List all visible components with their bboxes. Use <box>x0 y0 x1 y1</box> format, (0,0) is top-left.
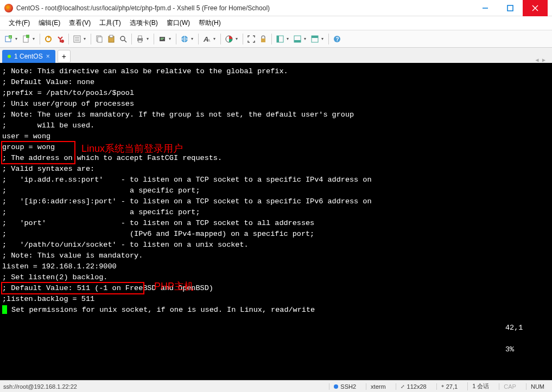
minimize-button[interactable] <box>473 0 498 16</box>
close-button[interactable] <box>523 0 548 16</box>
svg-rect-8 <box>26 35 29 38</box>
cursor-position: 42,1 <box>505 324 523 332</box>
terminal-line: ; Valid syntaxes are: <box>2 164 550 175</box>
toolbar: + ▾ ▾ ▾ ▾ ▾ ▾ AA ▾ ▾ ▾ ▾ ▾ ? <box>0 30 552 48</box>
globe-icon[interactable] <box>179 34 190 44</box>
font-icon[interactable]: AA <box>201 34 212 44</box>
svg-rect-35 <box>294 40 301 42</box>
status-bar: ssh://root@192.168.1.22:22 SSH2 xterm ⤢ … <box>0 380 552 392</box>
svg-rect-25 <box>161 38 164 38</box>
terminal-line: ; Default Value: none <box>2 77 550 88</box>
svg-rect-31 <box>261 38 265 42</box>
dropdown-icon[interactable]: ▾ <box>213 36 218 41</box>
tab-nav-arrows[interactable]: ◄ ► <box>534 57 550 63</box>
status-dot-icon <box>8 55 11 58</box>
svg-rect-23 <box>138 40 142 42</box>
reconnect-icon[interactable] <box>43 34 54 44</box>
terminal-line: Set permissions for unix socket, if one … <box>2 305 550 316</box>
terminal-line: ; Note: The user is mandatory. If the gr… <box>2 110 550 120</box>
terminal-line: ; a specific port; <box>2 185 550 196</box>
terminal-line: ; '[ip:6:addr:ess]:port' - to listen on … <box>2 196 550 207</box>
dropdown-icon[interactable]: ▾ <box>304 36 308 41</box>
menu-help[interactable]: 帮助(H) <box>194 17 225 29</box>
terminal-line: ; Note: This value is mandatory. <box>2 250 550 261</box>
toolwin2-icon[interactable] <box>292 34 303 44</box>
menu-edit[interactable]: 编辑(E) <box>34 17 65 29</box>
svg-rect-37 <box>312 36 318 38</box>
terminal-line: ; will be used. <box>2 120 550 131</box>
menu-window[interactable]: 窗口(W) <box>162 17 194 29</box>
menu-tabs[interactable]: 选项卡(B) <box>125 17 162 29</box>
dropdown-icon[interactable]: ▾ <box>169 36 173 41</box>
toolwin1-icon[interactable] <box>275 34 285 44</box>
terminal-line: user = wong <box>2 131 550 142</box>
svg-text:?: ? <box>336 36 339 42</box>
add-tab-button[interactable]: + <box>58 50 71 63</box>
dropdown-icon[interactable]: ▾ <box>321 36 326 41</box>
menu-tools[interactable]: 工具(T) <box>95 17 125 29</box>
terminal-line: ; a specific port; <box>2 207 550 218</box>
terminal-line: ; (IPv6 and IPv4-mapped) on a specific p… <box>2 229 550 240</box>
terminal-line: ;listen.backlog = 511 <box>2 294 550 305</box>
svg-point-19 <box>120 36 125 41</box>
fullscreen-icon[interactable] <box>246 34 257 44</box>
svg-line-20 <box>124 40 126 42</box>
dropdown-icon[interactable]: ▾ <box>287 36 291 41</box>
help-icon[interactable]: ? <box>332 34 342 44</box>
menu-view[interactable]: 查看(V) <box>65 17 95 29</box>
terminal-line: group = wong <box>2 142 550 153</box>
dropdown-icon[interactable]: ▾ <box>33 36 37 41</box>
copy-icon[interactable] <box>94 34 105 44</box>
ruler: 42,1 3% <box>488 312 549 366</box>
terminal-line: ; 'ip.add.re.ss:port' - to listen on a T… <box>2 175 550 185</box>
tab-strip: 1 CentOS × + ◄ ► <box>0 48 552 63</box>
status-proto: SSH2 <box>329 383 360 390</box>
terminal-line: listen = 192.168.1.22:9000 <box>2 261 550 272</box>
status-connection: ssh://root@192.168.1.22:22 <box>3 383 323 390</box>
session-tab[interactable]: 1 CentOS × <box>2 50 55 63</box>
svg-rect-33 <box>277 36 279 42</box>
lock-icon[interactable] <box>258 34 269 44</box>
new-file-icon[interactable] <box>21 34 31 44</box>
terminal[interactable]: ; Note: This directive can also be relat… <box>0 63 552 380</box>
app-icon <box>4 4 13 12</box>
log-icon[interactable] <box>157 34 168 44</box>
dropdown-icon[interactable]: ▾ <box>147 36 151 41</box>
status-cursor: ⌖ 27,1 <box>436 383 462 390</box>
svg-rect-22 <box>138 36 142 38</box>
new-session-icon[interactable]: + <box>3 34 14 44</box>
terminal-line: ; Note: This directive can also be relat… <box>2 66 550 77</box>
menu-file[interactable]: 文件(F) <box>4 17 34 29</box>
status-cap: CAP <box>499 383 521 390</box>
properties-icon[interactable] <box>72 34 83 44</box>
menu-bar: 文件(F) 编辑(E) 查看(V) 工具(T) 选项卡(B) 窗口(W) 帮助(… <box>0 16 552 30</box>
terminal-line: ; Unix user/group of processes <box>2 99 550 110</box>
cursor-icon <box>2 305 7 314</box>
search-icon[interactable] <box>118 34 129 44</box>
paste-icon[interactable] <box>106 34 117 44</box>
terminal-line: ; 'port' - to listen on a TCP socket to … <box>2 218 550 229</box>
status-num: NUM <box>526 383 549 390</box>
window-title: CentOS - root@localhost:/usr/local/php/e… <box>16 4 473 12</box>
toolwin3-icon[interactable] <box>309 34 320 44</box>
dropdown-icon[interactable]: ▾ <box>15 36 20 41</box>
dropdown-icon[interactable]: ▾ <box>236 36 240 41</box>
svg-text:A: A <box>207 38 211 43</box>
status-sessions: 1 会话 <box>467 382 493 390</box>
dropdown-icon[interactable]: ▾ <box>191 36 195 41</box>
title-bar: CentOS - root@localhost:/usr/local/php/e… <box>0 0 552 16</box>
status-size: ⤢ 112x28 <box>396 383 431 390</box>
ssh-dot-icon <box>334 384 338 389</box>
terminal-line: ;prefix = /path/to/pools/$pool <box>2 88 550 99</box>
color-icon[interactable] <box>224 34 234 44</box>
svg-rect-1 <box>507 5 513 11</box>
dropdown-icon[interactable]: ▾ <box>84 36 88 41</box>
status-term: xterm <box>366 383 390 390</box>
tab-label: 1 CentOS <box>14 53 43 60</box>
maximize-button[interactable] <box>498 0 523 16</box>
terminal-line: ; Default Value: 511 (-1 on FreeBSD and … <box>2 283 550 294</box>
disconnect-icon[interactable] <box>55 34 66 44</box>
svg-rect-18 <box>110 35 113 37</box>
print-icon[interactable] <box>135 34 145 44</box>
tab-close-icon[interactable]: × <box>46 53 50 60</box>
